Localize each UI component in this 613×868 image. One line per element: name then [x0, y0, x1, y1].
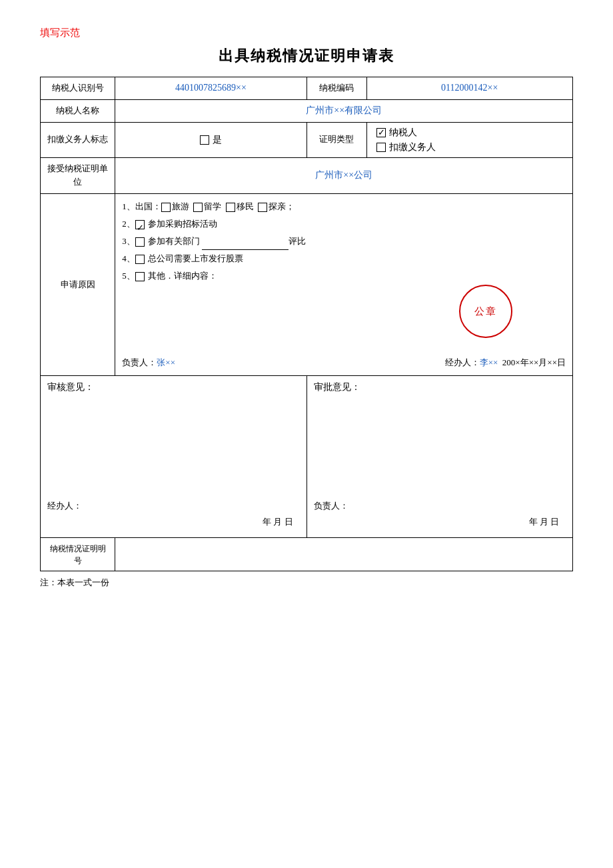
cert-number-label: 纳税情况证明明号 [41, 538, 115, 571]
page-title: 出具纳税情况证明申请表 [40, 46, 573, 66]
cert-number-value [115, 538, 573, 571]
reason-label: 申请原因 [41, 194, 115, 376]
receiver-value: 广州市××公司 [115, 157, 573, 194]
checkbox-study [193, 203, 203, 212]
review-date-left: 年 月 日 [47, 512, 300, 532]
cert-type-taxpayer-checkbox [376, 128, 386, 137]
review-opinion-label: 审核意见： [47, 381, 300, 393]
reason-item-4: 4、 总公司需要上市发行股票 [122, 250, 566, 267]
receiver-label: 接受纳税证明单位 [41, 157, 115, 194]
note-text: 注：本表一式一份 [40, 577, 573, 589]
checkbox-travel [161, 203, 171, 212]
reason-content: 1、出国：旅游 留学 移民 探亲； 2、 参加采购招标活动 3、 参加有关部门 … [115, 194, 573, 376]
cert-type-option1: 纳税人 [389, 127, 417, 137]
cert-type-options: 纳税人 扣缴义务人 [366, 122, 573, 157]
taxpayer-id-value: 4401007825689×× [115, 77, 306, 100]
cert-type-option2: 扣缴义务人 [389, 142, 436, 152]
fill-example-label: 填写示范 [40, 27, 573, 39]
withholding-label: 扣缴义务人标志 [41, 122, 115, 157]
checkbox-procurement [135, 220, 145, 229]
taxpayer-name-label: 纳税人名称 [41, 99, 115, 122]
checkbox-other [135, 272, 145, 281]
reason-item-3: 3、 参加有关部门 评比 [122, 233, 566, 250]
checkbox-emigrate [226, 203, 235, 212]
review-handler: 经办人： [47, 500, 300, 512]
tax-code-label: 纳税编码 [306, 77, 366, 100]
approval-opinion-cell: 审批意见： 负责人： 年 月 日 [306, 376, 573, 538]
checkbox-visit [258, 203, 267, 212]
handler-info: 经办人：李×× 200×年××月××日 [445, 354, 566, 371]
cert-type-label: 证明类型 [306, 122, 366, 157]
main-form-table: 纳税人识别号 4401007825689×× 纳税编码 0112000142××… [40, 77, 573, 571]
seal-area: 公章 [122, 285, 566, 351]
tax-code-value: 0112000142×× [366, 77, 573, 100]
seal-text: 公章 [474, 301, 497, 321]
reason-item-1: 1、出国：旅游 留学 移民 探亲； [122, 198, 566, 215]
checkbox-dept [135, 237, 145, 247]
review-date-right: 年 月 日 [314, 512, 566, 532]
seal-circle: 公章 [459, 285, 512, 338]
reason-item-2: 2、 参加采购招标活动 [122, 215, 566, 233]
taxpayer-name-value: 广州市××有限公司 [115, 99, 573, 122]
reason-item-5: 5、 其他．详细内容： [122, 267, 566, 285]
taxpayer-id-label: 纳税人识别号 [41, 77, 115, 100]
checkbox-ipo [135, 255, 145, 264]
responsible-person: 负责人：张×× [122, 354, 175, 371]
withholding-text: 是 [213, 135, 222, 145]
approval-opinion-label: 审批意见： [314, 381, 566, 393]
withholding-value: 是 [115, 122, 306, 157]
review-opinion-cell: 审核意见： 经办人： 年 月 日 [41, 376, 307, 538]
cert-type-withholding-checkbox [376, 143, 386, 152]
approval-responsible: 负责人： [314, 500, 566, 512]
signature-row: 负责人：张×× 经办人：李×× 200×年××月××日 [122, 354, 566, 371]
withholding-checkbox-empty [200, 135, 209, 145]
